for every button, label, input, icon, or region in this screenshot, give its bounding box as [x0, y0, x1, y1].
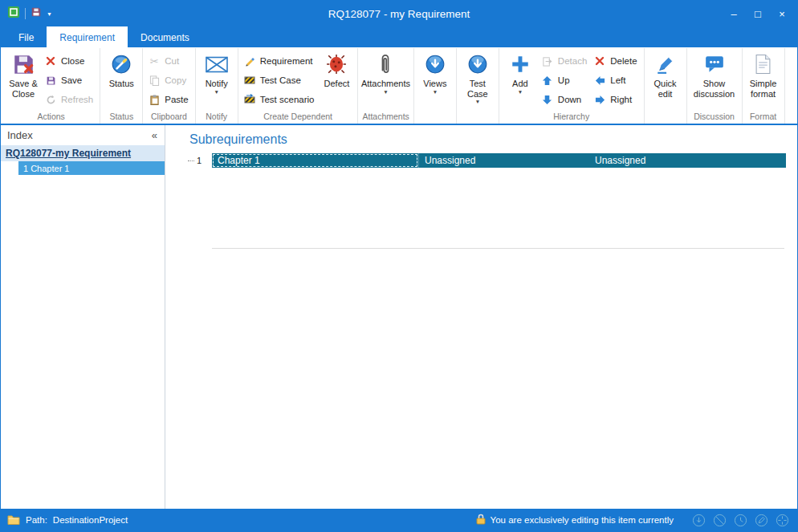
- cell-assignee-2[interactable]: Unassigned: [589, 153, 786, 168]
- test-case-icon: [243, 74, 256, 87]
- detach-button[interactable]: Detach: [539, 53, 591, 69]
- save-close-icon: [13, 52, 35, 76]
- dropdown-caret-icon[interactable]: ▼: [518, 90, 523, 95]
- show-discussion-label: Show discussion: [690, 79, 739, 99]
- move-down-label: Down: [558, 95, 581, 104]
- table-row[interactable]: 1 Chapter 1 Unassigned Unassigned: [188, 153, 786, 168]
- move-up-button[interactable]: Up: [539, 72, 591, 88]
- tab-file[interactable]: File: [6, 26, 47, 47]
- test-case-label: Test Case: [460, 79, 495, 99]
- tree-line: [188, 160, 194, 161]
- create-test-case-button[interactable]: Test Case: [241, 72, 319, 88]
- history-circle-icon[interactable]: [733, 513, 747, 527]
- ribbon-group-discussion: Show discussion Discussion: [687, 48, 743, 124]
- app-icon[interactable]: [7, 6, 20, 22]
- move-up-label: Up: [558, 75, 570, 85]
- group-label-hierarchy: Hierarchy: [502, 111, 641, 124]
- save-button[interactable]: Save: [42, 72, 97, 88]
- ribbon-tab-bar: File Requirement Documents: [1, 26, 797, 47]
- show-discussion-button[interactable]: Show discussion: [690, 49, 739, 99]
- close-item-button[interactable]: Close: [42, 53, 97, 69]
- notify-button[interactable]: Notify ▼: [198, 49, 235, 95]
- tree-item-chapter-1[interactable]: 1 Chapter 1: [18, 161, 165, 175]
- paste-label: Paste: [165, 95, 188, 104]
- dropdown-caret-icon[interactable]: ▼: [383, 90, 388, 95]
- group-label-quick-edit: [647, 111, 684, 124]
- dropdown-caret-icon[interactable]: ▼: [433, 90, 438, 95]
- move-left-button[interactable]: Left: [591, 72, 641, 88]
- create-test-scenario-label: Test scenario: [260, 95, 315, 104]
- save-and-close-button[interactable]: Save & Close: [5, 49, 42, 99]
- window-title: RQ128077 - my Requirement: [1, 8, 797, 20]
- paste-button[interactable]: Paste: [145, 91, 192, 108]
- quick-access-dropdown-icon[interactable]: ▼: [47, 11, 52, 17]
- save-disk-icon: [44, 74, 57, 87]
- refresh-button[interactable]: Refresh: [42, 91, 97, 108]
- close-window-button[interactable]: ×: [770, 4, 794, 23]
- cell-assignee-1[interactable]: Unassigned: [419, 153, 589, 168]
- arrow-up-icon: [541, 74, 554, 87]
- minimize-button[interactable]: –: [722, 4, 746, 23]
- ribbon-group-notify: Notify ▼ Notify: [196, 48, 238, 124]
- create-requirement-button[interactable]: Requirement: [241, 53, 319, 69]
- selected-row[interactable]: Chapter 1 Unassigned Unassigned: [212, 153, 786, 168]
- path-label: Path:: [26, 515, 47, 525]
- copy-button[interactable]: Copy: [145, 72, 192, 88]
- quick-edit-pencil-icon: [655, 52, 676, 76]
- cell-title[interactable]: Chapter 1: [212, 153, 419, 168]
- group-label-create-dependent: Create Dependent: [241, 111, 356, 124]
- paste-icon: [148, 93, 161, 106]
- tab-requirement[interactable]: Requirement: [47, 26, 128, 47]
- dropdown-caret-icon[interactable]: ▼: [475, 99, 480, 105]
- status-button[interactable]: Status: [103, 49, 140, 90]
- delete-button[interactable]: Delete: [591, 53, 641, 69]
- quick-save-icon[interactable]: [31, 6, 42, 21]
- quick-edit-button[interactable]: Quick edit: [647, 49, 684, 99]
- attachments-button[interactable]: Attachments ▼: [360, 49, 410, 95]
- move-right-button[interactable]: Right: [591, 91, 641, 108]
- create-requirement-label: Requirement: [260, 56, 313, 66]
- tab-documents[interactable]: Documents: [128, 26, 202, 47]
- create-test-case-label: Test Case: [260, 75, 301, 85]
- section-divider: [212, 248, 784, 249]
- simple-format-button[interactable]: Simple format: [745, 49, 782, 99]
- create-test-scenario-button[interactable]: Test scenario: [241, 91, 319, 108]
- add-button[interactable]: Add ▼: [502, 49, 539, 95]
- block-circle-icon[interactable]: [712, 513, 727, 527]
- copy-label: Copy: [165, 75, 186, 85]
- delete-label: Delete: [610, 56, 637, 66]
- group-label-clipboard: Clipboard: [145, 111, 192, 124]
- move-left-label: Left: [610, 75, 625, 85]
- notify-envelope-icon: [206, 52, 228, 76]
- move-down-button[interactable]: Down: [539, 91, 591, 108]
- arrow-left-icon: [593, 74, 606, 87]
- collapse-panel-icon[interactable]: «: [152, 129, 157, 141]
- ribbon-group-actions: Save & Close Close Save: [2, 48, 100, 124]
- window-controls: – □ ×: [722, 4, 794, 23]
- goto-circle-icon[interactable]: [691, 513, 706, 527]
- cut-icon: ✂: [148, 55, 161, 67]
- tree-item-requirement-root[interactable]: RQ128077-my Requirement: [1, 145, 165, 161]
- target-circle-icon[interactable]: [775, 513, 789, 527]
- ribbon-group-quick-edit: Quick edit: [645, 48, 687, 124]
- delete-x-icon: [593, 55, 606, 67]
- page-title: Subrequirements: [189, 132, 786, 147]
- index-panel: Index « RQ128077-my Requirement 1 Chapte…: [1, 125, 165, 509]
- maximize-button[interactable]: □: [746, 4, 770, 23]
- row-index[interactable]: 1: [188, 156, 212, 165]
- defect-button[interactable]: Defect: [318, 49, 355, 90]
- test-case-button[interactable]: Test Case ▼: [459, 49, 496, 106]
- views-button[interactable]: Views ▼: [417, 49, 454, 95]
- ribbon-group-hierarchy: Add ▼ Detach Up: [499, 48, 645, 124]
- status-icon: [111, 52, 132, 76]
- move-right-label: Right: [610, 95, 632, 104]
- cut-button[interactable]: ✂ Cut: [145, 53, 192, 69]
- quick-access-toolbar: ▼: [4, 6, 52, 22]
- views-label: Views: [423, 79, 446, 89]
- dropdown-caret-icon[interactable]: ▼: [214, 90, 218, 95]
- ribbon-group-attachments: Attachments ▼ Attachments: [358, 48, 413, 124]
- index-panel-title: Index: [7, 129, 33, 141]
- test-case-sphere-icon: [467, 52, 488, 76]
- status-label: Status: [109, 79, 134, 89]
- edit-circle-icon[interactable]: [754, 513, 768, 527]
